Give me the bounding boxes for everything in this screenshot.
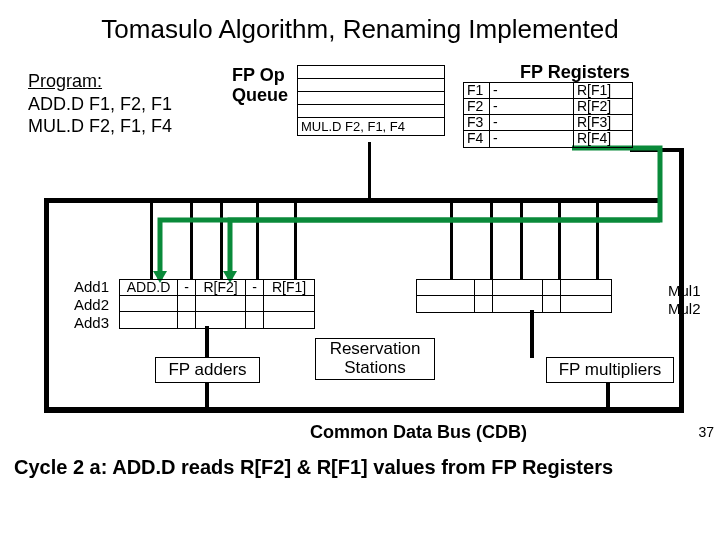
fpreg-tag: - — [490, 99, 574, 115]
svg-rect-8 — [220, 198, 223, 280]
svg-rect-19 — [630, 148, 684, 152]
rs-op — [120, 312, 178, 328]
fp-adders-box: FP adders — [155, 357, 260, 383]
program-line: ADD.D F1, F2, F1 — [28, 93, 172, 116]
rs-tag — [475, 280, 493, 296]
rs-tag — [543, 296, 561, 312]
opqueue-row — [298, 66, 444, 79]
rs-tag: - — [246, 280, 264, 296]
svg-rect-3 — [205, 383, 209, 411]
rs-val — [493, 296, 543, 312]
svg-rect-13 — [520, 198, 523, 280]
rs-val — [264, 312, 314, 328]
svg-rect-4 — [606, 383, 610, 411]
rs-tag — [543, 280, 561, 296]
svg-rect-7 — [190, 198, 193, 280]
svg-rect-2 — [679, 148, 684, 412]
opqueue-row — [298, 105, 444, 118]
fp-op-queue: MUL.D F2, F1, F4 — [297, 65, 445, 136]
fp-registers-table: F1-R[F1] F2-R[F2] F3-R[F3] F4-R[F4] — [463, 82, 633, 148]
svg-rect-10 — [294, 198, 297, 280]
program-line: MUL.D F2, F1, F4 — [28, 115, 172, 138]
rs-val: R[F2] — [196, 280, 246, 296]
add-reservation-stations: ADD.D-R[F2]-R[F1] — [119, 279, 315, 329]
cycle-caption: Cycle 2 a: ADD.D reads R[F2] & R[F1] val… — [14, 456, 613, 479]
rs-val — [196, 296, 246, 312]
rs-op — [120, 296, 178, 312]
svg-rect-18 — [530, 310, 534, 358]
opqueue-row — [298, 79, 444, 92]
fpreg-name: F3 — [464, 115, 490, 131]
rs-label: Add3 — [74, 314, 109, 332]
rs-val — [561, 296, 611, 312]
add-rs-labels: Add1 Add2 Add3 — [74, 278, 109, 332]
svg-rect-6 — [150, 198, 153, 280]
svg-rect-5 — [44, 198, 662, 203]
svg-rect-1 — [44, 198, 49, 412]
rs-tag: - — [178, 280, 196, 296]
rs-val — [196, 312, 246, 328]
svg-rect-11 — [450, 198, 453, 280]
fpreg-name: F2 — [464, 99, 490, 115]
reservation-stations-label: Reservation Stations — [315, 338, 435, 380]
opqueue-label: FP Op Queue — [232, 66, 288, 106]
rs-val — [493, 280, 543, 296]
rs-op: ADD.D — [120, 280, 178, 296]
fpreg-val: R[F2] — [574, 99, 632, 115]
rs-label: Add2 — [74, 296, 109, 314]
rs-label: Add1 — [74, 278, 109, 296]
opqueue-row: MUL.D F2, F1, F4 — [298, 118, 444, 135]
rs-val: R[F1] — [264, 280, 314, 296]
rs-label: Mul2 — [668, 300, 701, 318]
opqueue-row — [298, 92, 444, 105]
svg-rect-0 — [44, 407, 684, 413]
fpreg-val: R[F1] — [574, 83, 632, 99]
fpreg-name: F4 — [464, 131, 490, 147]
fpreg-val: R[F4] — [574, 131, 632, 147]
fp-multipliers-box: FP multipliers — [546, 357, 674, 383]
fpreg-tag: - — [490, 131, 574, 147]
cdb-label: Common Data Bus (CDB) — [310, 422, 527, 443]
fpreg-val: R[F3] — [574, 115, 632, 131]
fpreg-tag: - — [490, 83, 574, 99]
page-number: 37 — [698, 424, 714, 440]
fpreg-tag: - — [490, 115, 574, 131]
mul-reservation-stations — [416, 279, 612, 313]
rs-tag — [246, 296, 264, 312]
rs-label: Mul1 — [668, 282, 701, 300]
fp-registers-title: FP Registers — [520, 62, 630, 83]
rs-op — [417, 280, 475, 296]
fpreg-name: F1 — [464, 83, 490, 99]
program-header: Program: — [28, 70, 172, 93]
rs-val — [561, 280, 611, 296]
svg-rect-12 — [490, 198, 493, 280]
rs-tag — [178, 296, 196, 312]
slide-title: Tomasulo Algorithm, Renaming Implemented — [0, 0, 720, 55]
svg-rect-14 — [558, 198, 561, 280]
mul-rs-labels: Mul1 Mul2 — [668, 282, 701, 318]
rs-tag — [246, 312, 264, 328]
svg-rect-17 — [205, 326, 209, 358]
rs-tag — [475, 296, 493, 312]
rs-tag — [178, 312, 196, 328]
svg-rect-9 — [256, 198, 259, 280]
rs-val — [264, 296, 314, 312]
svg-rect-16 — [368, 142, 371, 202]
svg-rect-15 — [596, 198, 599, 280]
program-block: Program: ADD.D F1, F2, F1 MUL.D F2, F1, … — [28, 70, 172, 138]
rs-op — [417, 296, 475, 312]
